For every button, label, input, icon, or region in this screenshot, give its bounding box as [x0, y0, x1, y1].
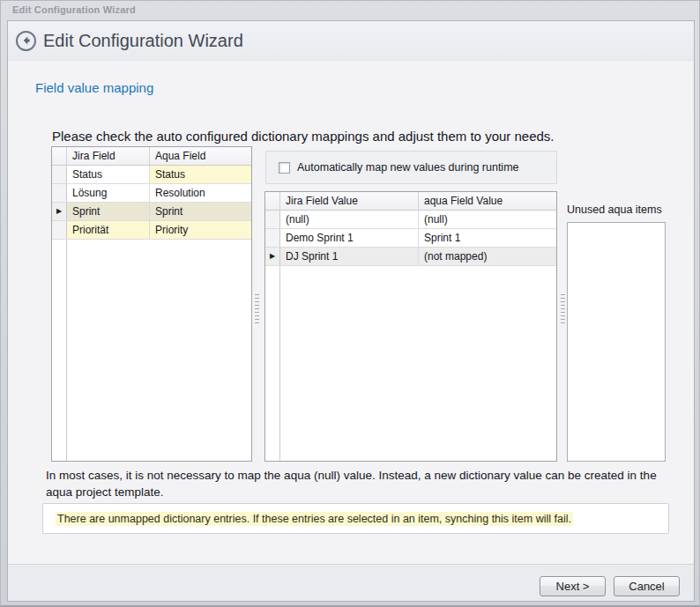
back-arrow-icon	[21, 35, 32, 46]
row-selector[interactable]: ▶	[52, 203, 67, 220]
field-row-sprint-selected[interactable]: ▶ Sprint Sprint	[52, 203, 251, 221]
help-text: In most cases, it is not necessary to ma…	[46, 467, 668, 500]
jira-field-cell[interactable]: Lösung	[67, 184, 150, 202]
unused-aqua-items-list[interactable]	[567, 222, 666, 462]
edit-configuration-wizard-window: Edit Configuration Wizard Edit Configura…	[0, 0, 700, 607]
warning-text: There are unmapped dictionary entries. I…	[56, 512, 573, 526]
field-row-prioritaet[interactable]: Priorität Priority	[52, 221, 251, 240]
row-selector[interactable]	[265, 229, 280, 247]
row-selector[interactable]	[265, 211, 280, 228]
step-subtitle: Field value mapping	[35, 80, 153, 95]
aqua-value-cell[interactable]: Sprint 1	[419, 229, 556, 247]
unused-aqua-items-label: Unused aqua items	[567, 204, 662, 216]
footer-bar: Next > Cancel	[8, 564, 694, 601]
aqua-field-cell[interactable]: Sprint	[150, 203, 251, 220]
page-title: Edit Configuration Wizard	[43, 31, 243, 51]
window-title: Edit Configuration Wizard	[12, 4, 136, 15]
value-row-null[interactable]: (null) (null)	[265, 211, 556, 229]
window-titlebar[interactable]: Edit Configuration Wizard	[1, 1, 699, 19]
wizard-form: Edit Configuration Wizard Field value ma…	[7, 20, 695, 602]
jira-value-cell[interactable]: Demo Sprint 1	[280, 229, 419, 247]
row-selector[interactable]: ▶	[265, 248, 280, 265]
jira-field-cell[interactable]: Sprint	[67, 203, 150, 220]
wizard-header: Edit Configuration Wizard	[8, 21, 694, 61]
column-header-jira-field-value[interactable]: Jira Field Value	[280, 192, 419, 210]
aqua-field-cell[interactable]: Resolution	[150, 184, 251, 202]
field-row-loesung[interactable]: Lösung Resolution	[52, 184, 251, 203]
cancel-button[interactable]: Cancel	[614, 576, 680, 596]
row-selector[interactable]	[52, 166, 67, 183]
auto-map-label: Automatically map new values during runt…	[297, 161, 519, 174]
warning-box: There are unmapped dictionary entries. I…	[42, 503, 669, 534]
jira-field-cell[interactable]: Priorität	[67, 221, 150, 239]
jira-field-cell[interactable]: Status	[67, 166, 150, 183]
value-grid-empty-area	[265, 266, 556, 461]
value-row-demo-sprint[interactable]: Demo Sprint 1 Sprint 1	[265, 229, 556, 248]
splitter-right[interactable]	[561, 294, 565, 324]
row-selector[interactable]	[52, 221, 67, 239]
instruction-text: Please check the auto configured diction…	[52, 129, 555, 144]
aqua-field-cell[interactable]: Status	[150, 166, 251, 183]
current-row-arrow-icon: ▶	[56, 208, 62, 215]
value-row-dj-sprint-selected[interactable]: ▶ DJ Sprint 1 (not mapped)	[265, 248, 556, 266]
field-row-status[interactable]: Status Status	[52, 166, 251, 184]
auto-map-checkbox[interactable]	[279, 162, 290, 174]
column-header-jira-field[interactable]: Jira Field	[67, 147, 150, 165]
auto-map-panel: Automatically map new values during runt…	[265, 151, 557, 184]
value-mapping-grid[interactable]: Jira Field Value aqua Field Value (null)…	[264, 191, 557, 462]
row-selector-header	[52, 147, 67, 165]
row-selector-header	[265, 192, 280, 210]
splitter-left[interactable]	[255, 294, 259, 324]
wizard-body: Field value mapping Please check the aut…	[8, 61, 694, 601]
field-mapping-grid[interactable]: Jira Field Aqua Field Status Status Lösu…	[51, 146, 252, 462]
row-selector[interactable]	[52, 184, 67, 202]
column-header-aqua-field-value[interactable]: aqua Field Value	[419, 192, 556, 210]
current-row-arrow-icon: ▶	[270, 253, 275, 260]
field-grid-header: Jira Field Aqua Field	[52, 147, 251, 166]
jira-value-cell[interactable]: (null)	[280, 211, 419, 228]
aqua-value-cell[interactable]: (not mapped)	[419, 248, 556, 265]
aqua-field-cell[interactable]: Priority	[150, 221, 251, 239]
value-grid-header: Jira Field Value aqua Field Value	[265, 192, 556, 211]
column-header-aqua-field[interactable]: Aqua Field	[150, 147, 251, 165]
back-button[interactable]	[16, 31, 36, 51]
jira-value-cell[interactable]: DJ Sprint 1	[280, 248, 419, 265]
next-button[interactable]: Next >	[540, 576, 606, 596]
field-grid-empty-area	[52, 240, 251, 461]
aqua-value-cell[interactable]: (null)	[419, 211, 556, 228]
